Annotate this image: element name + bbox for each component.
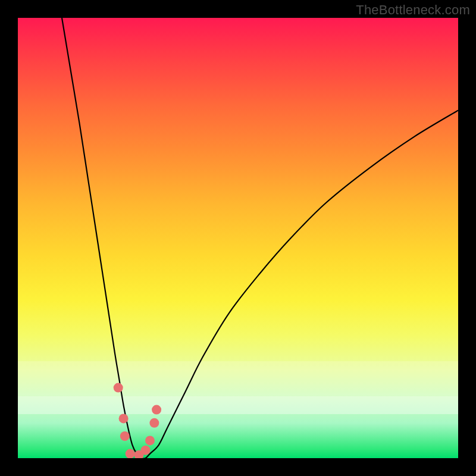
- bottleneck-curve: [62, 18, 458, 458]
- plot-area: [18, 18, 458, 458]
- data-marker: [114, 383, 123, 393]
- data-marker: [149, 418, 159, 428]
- curve-layer: [18, 18, 458, 458]
- attribution-text: TheBottleneck.com: [356, 2, 470, 18]
- data-marker: [141, 446, 151, 455]
- data-marker: [134, 450, 144, 458]
- highlight-band-lower: [18, 396, 458, 414]
- data-marker: [120, 431, 130, 441]
- chart-frame: TheBottleneck.com: [0, 0, 476, 476]
- data-marker: [152, 405, 161, 415]
- data-marker: [126, 449, 135, 458]
- data-marker: [119, 414, 129, 423]
- highlight-band-upper: [18, 361, 458, 414]
- marker-group: [114, 383, 161, 458]
- data-marker: [145, 436, 155, 445]
